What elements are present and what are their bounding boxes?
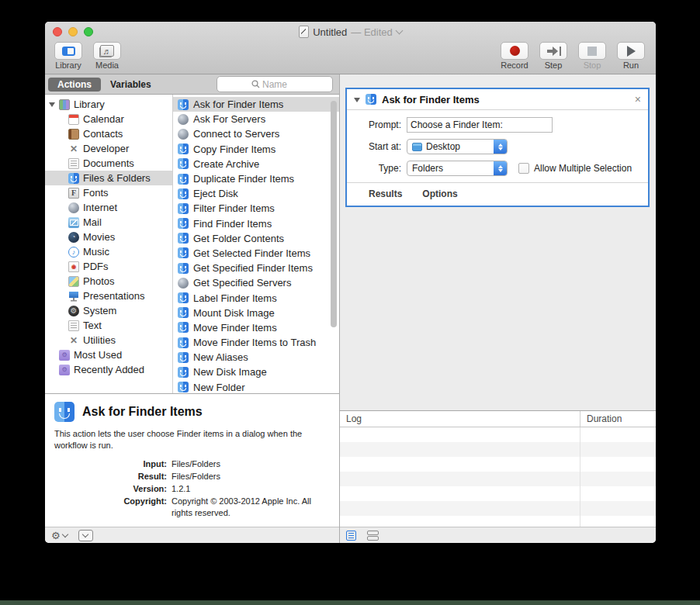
media-button[interactable]: ♬: [93, 42, 121, 60]
start-at-popup[interactable]: Desktop: [407, 139, 508, 154]
record-button[interactable]: [501, 42, 528, 60]
detail-value: Files/Folders: [167, 471, 330, 483]
pdfs-icon: [68, 261, 79, 272]
sidebar-item-most-used[interactable]: Most Used: [45, 347, 172, 362]
allow-multiple-selection-checkbox[interactable]: [518, 163, 529, 174]
sidebar-item-library[interactable]: Library: [45, 97, 172, 112]
zoom-window-button[interactable]: [84, 27, 93, 36]
action-item-ask-for-finder-items[interactable]: Ask for Finder Items: [173, 97, 339, 112]
run-button-label: Run: [623, 60, 639, 70]
action-list-scrollbar[interactable]: [330, 96, 338, 392]
options-button[interactable]: Options: [422, 188, 457, 199]
action-item-label-finder-items[interactable]: Label Finder Items: [173, 290, 339, 305]
sidebar-item-system[interactable]: System: [45, 303, 172, 318]
action-item-mount-disk-image[interactable]: Mount Disk Image: [173, 306, 339, 320]
action-item-duplicate-finder-items[interactable]: Duplicate Finder Items: [173, 171, 339, 186]
sidebar-item-contacts[interactable]: Contacts: [45, 126, 172, 141]
mail-icon: [68, 217, 79, 228]
action-item-move-finder-items-to-trash[interactable]: Move Finder Items to Trash: [173, 335, 339, 350]
minimize-window-button[interactable]: [68, 27, 78, 36]
tab-variables[interactable]: Variables: [101, 78, 161, 92]
run-button[interactable]: [617, 42, 645, 60]
sidebar-item-text[interactable]: Text: [45, 318, 172, 333]
action-item-get-specified-servers[interactable]: Get Specified Servers: [173, 275, 339, 290]
sidebar-item-label: Mail: [83, 216, 102, 228]
action-item-create-archive[interactable]: Create Archive: [173, 157, 339, 171]
sidebar-item-movies[interactable]: Movies: [45, 230, 172, 244]
action-item-connect-to-servers[interactable]: Connect to Servers: [173, 126, 339, 141]
sidebar-item-pdfs[interactable]: PDFs: [45, 259, 172, 274]
log-cell: [340, 427, 580, 442]
sidebar-item-utilities[interactable]: Utilities: [45, 333, 172, 347]
sidebar-item-developer[interactable]: Developer: [45, 141, 172, 156]
action-item-get-selected-finder-items[interactable]: Get Selected Finder Items: [173, 246, 339, 261]
duration-column-header[interactable]: Duration: [580, 413, 622, 424]
sidebar-item-photos[interactable]: Photos: [45, 274, 172, 289]
action-item-label: Connect to Servers: [193, 128, 279, 140]
tab-actions[interactable]: Actions: [48, 78, 101, 92]
action-item-eject-disk[interactable]: Eject Disk: [173, 186, 339, 201]
disclosure-triangle-icon[interactable]: [354, 98, 360, 102]
sidebar-item-internet[interactable]: Internet: [45, 200, 172, 215]
sidebar-item-documents[interactable]: Documents: [45, 156, 172, 171]
step-button[interactable]: [539, 42, 567, 60]
sidebar-item-recently-added[interactable]: Recently Added: [45, 362, 172, 377]
sidebar-item-mail[interactable]: Mail: [45, 215, 172, 230]
log-column-header[interactable]: Log: [340, 411, 580, 427]
action-item-label: Create Archive: [193, 158, 259, 170]
action-item-move-finder-items[interactable]: Move Finder Items: [173, 320, 339, 335]
action-item-get-folder-contents[interactable]: Get Folder Contents: [173, 231, 339, 246]
prompt-input[interactable]: [407, 117, 553, 133]
action-item-find-finder-items[interactable]: Find Finder Items: [173, 216, 339, 231]
action-item-label: Ask For Servers: [193, 113, 265, 125]
sidebar-item-music[interactable]: Music: [45, 244, 172, 259]
library-button[interactable]: [54, 42, 82, 60]
results-button[interactable]: Results: [369, 188, 402, 199]
titlebar[interactable]: Untitled — Edited: [45, 22, 656, 42]
sidebar-item-presentations[interactable]: Presentations: [45, 289, 172, 303]
close-window-button[interactable]: [53, 27, 62, 36]
action-item-ask-for-servers[interactable]: Ask For Servers: [173, 112, 339, 126]
type-popup[interactable]: Folders: [407, 161, 508, 176]
utilities-icon: [68, 335, 79, 346]
log-cell: [340, 442, 580, 457]
log-view-rows-icon[interactable]: [367, 531, 379, 541]
action-card-header[interactable]: Ask for Finder Items ×: [347, 89, 648, 110]
detail-row: Input:Files/Folders: [54, 458, 330, 471]
action-item-filter-finder-items[interactable]: Filter Finder Items: [173, 201, 339, 216]
detail-key: Input:: [54, 458, 167, 471]
action-item-new-folder[interactable]: New Folder: [173, 380, 339, 393]
search-field[interactable]: [217, 76, 333, 92]
sidebar-item-files-folders[interactable]: Files & Folders: [45, 171, 172, 185]
record-button-label: Record: [501, 60, 528, 70]
panel-popdown-button[interactable]: [78, 530, 93, 541]
sidebar-item-label: Documents: [83, 157, 134, 169]
stop-icon: [587, 47, 597, 56]
disclosure-triangle-icon[interactable]: [49, 102, 55, 107]
library-icon: [62, 47, 75, 56]
action-item-new-disk-image[interactable]: New Disk Image: [173, 365, 339, 379]
finder-icon: [178, 99, 189, 110]
right-status-bar: [340, 527, 656, 543]
traffic-lights: [53, 27, 93, 36]
toolbar: Library ♬ Media Record Step Sto: [45, 42, 656, 74]
sidebar-item-calendar[interactable]: Calendar: [45, 112, 172, 126]
close-action-icon[interactable]: ×: [635, 94, 641, 105]
sidebar-item-fonts[interactable]: Fonts: [45, 185, 172, 200]
media-button-label: Media: [95, 60, 119, 70]
prompt-row: Prompt:: [356, 117, 639, 133]
window-title: Untitled: [313, 26, 347, 38]
scrollbar-thumb[interactable]: [331, 101, 337, 327]
search-input[interactable]: [262, 79, 298, 90]
stop-button[interactable]: [578, 42, 606, 60]
action-item-label: Find Finder Items: [193, 218, 272, 230]
detail-value: 1.2.1: [167, 483, 330, 496]
action-menu-button[interactable]: ⚙: [51, 531, 68, 541]
action-item-new-aliases[interactable]: New Aliases: [173, 350, 339, 365]
action-item-label: New Disk Image: [193, 366, 267, 378]
action-item-copy-finder-items[interactable]: Copy Finder Items: [173, 142, 339, 157]
title-chevron-down-icon[interactable]: [395, 27, 403, 35]
log-view-list-icon[interactable]: [346, 531, 356, 541]
action-item-get-specified-finder-items[interactable]: Get Specified Finder Items: [173, 261, 339, 275]
log-cell: [340, 501, 580, 516]
